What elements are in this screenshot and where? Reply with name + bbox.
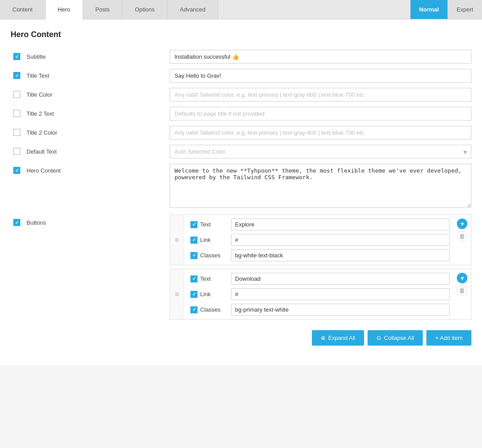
collapse-icon: ⊙: [376, 335, 381, 341]
title-color-checkbox[interactable]: [13, 91, 20, 98]
field-hero-content: Hero Content: [11, 164, 471, 209]
tab-hero[interactable]: Hero: [46, 0, 83, 19]
btn1-classes-input[interactable]: [231, 249, 450, 261]
btn2-text-checkbox[interactable]: [190, 275, 197, 282]
btn1-link-checkbox[interactable]: [190, 237, 197, 244]
main-content: Hero Content Subtitle Title Text: [0, 19, 482, 365]
btn1-collapse-button[interactable]: ▾: [457, 218, 467, 229]
title-text-label: Title Text: [27, 72, 49, 79]
tab-posts[interactable]: Posts: [83, 0, 123, 19]
buttons-checkbox[interactable]: [13, 219, 20, 226]
hero-content-checkbox[interactable]: [13, 167, 20, 174]
button-item-2: ≡ Text: [170, 269, 471, 320]
btn2-classes-checkbox[interactable]: [190, 306, 197, 313]
title-color-input[interactable]: [170, 88, 471, 102]
tab-bar: Content Hero Posts Options Advanced Norm…: [0, 0, 482, 19]
subtitle-checkbox[interactable]: [13, 53, 20, 60]
btn2-classes-input[interactable]: [231, 304, 450, 316]
buttons-container: ≡ Text: [170, 215, 471, 349]
title2-text-input[interactable]: [170, 107, 471, 120]
btn1-text-label: Text: [200, 221, 231, 228]
btn1-classes-checkbox[interactable]: [190, 252, 197, 259]
title-color-label: Title Color: [27, 91, 53, 98]
btn2-link-checkbox[interactable]: [190, 291, 197, 298]
btn1-classes-label: Classes: [200, 252, 231, 259]
section-title: Hero Content: [11, 30, 471, 39]
title2-text-label: Title 2 Text: [27, 110, 54, 117]
add-item-button[interactable]: + Add item: [426, 330, 471, 346]
btn1-link-row: Link: [188, 234, 450, 246]
default-text-label: Default Text: [27, 148, 57, 155]
btn1-text-checkbox[interactable]: [190, 221, 197, 228]
btn1-link-input[interactable]: [231, 234, 450, 246]
btn2-delete-button[interactable]: 🗑: [457, 285, 467, 296]
btn2-link-row: Link: [188, 288, 450, 300]
field-title2-text: Title 2 Text: [11, 107, 471, 120]
button-item-1: ≡ Text: [170, 215, 471, 265]
btn1-text-row: Text: [188, 218, 450, 230]
field-title-text: Title Text: [11, 69, 471, 83]
btn2-link-label: Link: [200, 291, 231, 297]
normal-mode-button[interactable]: Normal: [410, 0, 448, 19]
field-subtitle: Subtitle: [11, 50, 471, 64]
subtitle-input[interactable]: [170, 50, 471, 64]
title2-color-label: Title 2 Color: [27, 129, 57, 136]
buttons-label: Buttons: [27, 219, 46, 226]
btn2-text-label: Text: [200, 275, 231, 282]
subtitle-label: Subtitle: [27, 53, 46, 60]
default-text-checkbox[interactable]: [13, 148, 20, 155]
title2-color-checkbox[interactable]: [13, 129, 20, 136]
drag-handle-2[interactable]: ≡: [170, 269, 184, 319]
hero-content-label: Hero Content: [27, 167, 61, 174]
btn2-text-input[interactable]: [231, 273, 450, 285]
field-default-text: Default Text Auto Selected Color ▾: [11, 145, 471, 158]
title2-text-checkbox[interactable]: [13, 110, 20, 117]
expand-all-button[interactable]: ⊕ Expand All: [312, 330, 364, 346]
btn1-text-input[interactable]: [231, 218, 450, 230]
field-buttons: Buttons ≡ Text: [11, 215, 471, 349]
collapse-all-button[interactable]: ⊙ Collapse All: [368, 330, 423, 346]
drag-handle-1[interactable]: ≡: [170, 215, 184, 265]
tab-advanced[interactable]: Advanced: [167, 0, 218, 19]
btn2-classes-label: Classes: [200, 306, 231, 313]
btn2-collapse-button[interactable]: ▾: [457, 273, 467, 283]
btn2-link-input[interactable]: [231, 288, 450, 300]
title-text-checkbox[interactable]: [13, 72, 20, 79]
bottom-action-bar: ⊕ Expand All ⊙ Collapse All + Add item: [170, 323, 471, 349]
tab-options[interactable]: Options: [122, 0, 167, 19]
btn1-link-label: Link: [200, 237, 231, 243]
btn1-classes-row: Classes: [188, 249, 450, 261]
btn2-text-row: Text: [188, 273, 450, 285]
expert-mode-button[interactable]: Expert: [448, 0, 482, 19]
field-title2-color: Title 2 Color: [11, 126, 471, 139]
default-text-select[interactable]: Auto Selected Color: [170, 145, 471, 158]
expand-icon: ⊕: [321, 335, 326, 341]
title-text-input[interactable]: [170, 69, 471, 83]
hero-content-textarea[interactable]: [170, 164, 471, 208]
btn2-classes-row: Classes: [188, 304, 450, 316]
title2-color-input[interactable]: [170, 126, 471, 139]
field-title-color: Title Color: [11, 88, 471, 102]
btn1-delete-button[interactable]: 🗑: [457, 231, 467, 241]
tab-content[interactable]: Content: [0, 0, 46, 19]
